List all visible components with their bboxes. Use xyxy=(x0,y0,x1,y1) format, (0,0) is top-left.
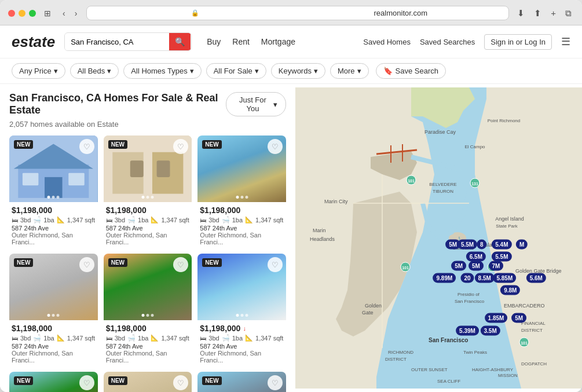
sort-button[interactable]: Just For You ▾ xyxy=(226,92,286,116)
listings-header: San Francisco, CA Homes For Sale & Real … xyxy=(9,92,286,116)
search-input[interactable] xyxy=(65,34,169,50)
svg-text:State Park: State Park xyxy=(496,224,518,229)
property-card[interactable]: NEW ♡ $1,198,000 🛏3bd 🛁1ba 📐 xyxy=(9,372,98,392)
map-panel[interactable]: Paradise Cay Point Richmond El Campo Mar… xyxy=(295,84,582,392)
price-pin[interactable]: 5M xyxy=(511,313,526,323)
price-pin[interactable]: 3.5M xyxy=(480,325,500,335)
maximize-button[interactable] xyxy=(29,10,36,17)
property-card[interactable]: NEW ♡ $1,198,000↓ 🛏3bd 🛁1ba � xyxy=(197,254,286,366)
price-pin[interactable]: 9.89M xyxy=(433,273,456,283)
property-price: $1,198,000 xyxy=(12,206,96,215)
property-info: $1,198,000 🛏3bd 🛁1ba 📐1,347 sqft 587 24t… xyxy=(9,320,98,366)
property-info: $1,198,000 🛏3bd 🛁1ba 📐1,347 sqft 587 24t… xyxy=(9,202,98,248)
price-pin[interactable]: 5.5M xyxy=(457,239,477,249)
filter-keywords[interactable]: Keywords ▾ xyxy=(271,63,325,79)
svg-rect-4 xyxy=(23,173,38,186)
price-pin[interactable]: 5.5M xyxy=(492,251,511,261)
price-pin[interactable]: 20 xyxy=(460,273,474,283)
property-grid: NEW ♡ $1,198,000 xyxy=(9,135,286,392)
property-address: 587 24th Ave xyxy=(200,225,284,232)
address-bar[interactable]: 🔒 realmonitor.com xyxy=(86,6,509,20)
property-price: $1,198,000 xyxy=(106,206,190,215)
price-pin[interactable]: 8 xyxy=(477,239,487,249)
price-pin[interactable]: 1.85M xyxy=(485,313,508,323)
price-pin[interactable]: 8.5M xyxy=(475,273,495,283)
share-button[interactable]: ⬆ xyxy=(532,7,544,20)
property-details: 🛏3bd 🛁1ba 📐1,347 sqft xyxy=(106,216,190,224)
sqft-icon: 📐 xyxy=(151,334,159,342)
property-card[interactable]: NEW ♡ $1,198,000 🛏3bd 🛁1ba 📐 xyxy=(104,372,192,392)
image-dots xyxy=(141,196,153,199)
price-pin[interactable]: 5.6M xyxy=(526,273,546,283)
price-pin[interactable]: 6.5M xyxy=(466,251,486,261)
price-pin[interactable]: 5.4M xyxy=(492,239,511,249)
new-badge: NEW xyxy=(108,376,127,385)
svg-text:El Campo: El Campo xyxy=(464,144,485,149)
favorite-button[interactable]: ♡ xyxy=(268,139,283,154)
filter-for-sale[interactable]: All For Sale ▾ xyxy=(206,63,266,79)
property-image: NEW ♡ xyxy=(197,254,286,320)
search-button[interactable]: 🔍 xyxy=(169,33,191,50)
bath-icon: 🛁 xyxy=(127,334,136,342)
tabs-button[interactable]: ⧉ xyxy=(563,7,574,20)
property-card[interactable]: NEW ♡ $1,198,000 xyxy=(9,135,98,248)
new-tab-button[interactable]: + xyxy=(548,7,558,19)
nav-mortgage[interactable]: Mortgage xyxy=(261,37,295,46)
property-card[interactable]: NEW ♡ $1,198,000 🛏3bd 🛁1ba 📐 xyxy=(104,254,192,366)
saved-searches-button[interactable]: Saved Searches xyxy=(420,38,475,46)
svg-text:101: 101 xyxy=(521,341,528,345)
filter-beds[interactable]: All Beds ▾ xyxy=(70,63,119,79)
price-pin[interactable]: 5.85M xyxy=(493,273,516,283)
property-card[interactable]: NEW ♡ $1,198,000 🛏3bd 🛁1ba 📐 xyxy=(197,135,286,248)
svg-text:Point Richmond: Point Richmond xyxy=(488,118,520,123)
search-box: 🔍 xyxy=(64,32,192,51)
favorite-button[interactable]: ♡ xyxy=(79,257,94,272)
browser-toolbar: ⊞ ‹ › 🔒 realmonitor.com ⬇ ⬆ + ⧉ xyxy=(8,6,574,20)
price-pin[interactable]: 5M xyxy=(468,261,484,270)
browser-chrome: ⊞ ‹ › 🔒 realmonitor.com ⬇ ⬆ + ⧉ xyxy=(0,0,582,25)
property-image: NEW ♡ xyxy=(104,135,192,202)
svg-text:TIBURON: TIBURON xyxy=(433,189,453,194)
property-image: NEW ♡ xyxy=(197,372,286,392)
filter-price[interactable]: Any Price ▾ xyxy=(12,63,65,79)
minimize-button[interactable] xyxy=(19,10,25,17)
property-card[interactable]: NEW ♡ $1,198,000 🛏3bd 🛁1ba 📐 xyxy=(197,372,286,392)
svg-text:Headlands: Headlands xyxy=(310,236,335,242)
download-button[interactable]: ⬇ xyxy=(515,7,527,20)
forward-button[interactable]: › xyxy=(71,8,81,19)
svg-text:RICHMOND: RICHMOND xyxy=(388,350,413,355)
close-button[interactable] xyxy=(8,10,15,17)
filter-homes-types[interactable]: All Homes Types ▾ xyxy=(123,63,201,79)
property-card[interactable]: NEW ♡ $1,198,000 xyxy=(104,135,192,248)
back-button[interactable]: ‹ xyxy=(59,8,69,19)
save-search-button[interactable]: 🔖 Save Search xyxy=(376,63,446,79)
favorite-button[interactable]: ♡ xyxy=(268,257,283,272)
filter-more[interactable]: More ▾ xyxy=(330,63,369,79)
property-card[interactable]: NEW ♡ $1,198,000 🛏3bd 🛁1ba 📐 xyxy=(9,254,98,366)
price-pin[interactable]: M xyxy=(516,239,528,249)
price-pin[interactable]: 7M xyxy=(489,261,504,270)
svg-text:Golden: Golden xyxy=(365,303,382,309)
image-dots xyxy=(236,196,248,199)
svg-text:DISTRICT: DISTRICT xyxy=(521,328,543,333)
svg-text:SEA CLIFF: SEA CLIFF xyxy=(437,379,460,384)
saved-homes-button[interactable]: Saved Homes xyxy=(363,38,411,46)
sidebar-toggle-button[interactable]: ⊞ xyxy=(42,8,53,19)
favorite-button[interactable]: ♡ xyxy=(79,375,94,390)
price-pin[interactable]: 5M xyxy=(451,261,466,270)
favorite-button[interactable]: ♡ xyxy=(268,375,283,390)
price-pin[interactable]: 5.39M xyxy=(456,325,479,335)
sign-in-button[interactable]: Sign in or Log In xyxy=(484,34,552,50)
price-pin[interactable]: 9.8M xyxy=(500,285,520,295)
favorite-button[interactable]: ♡ xyxy=(79,139,94,154)
nav-buy[interactable]: Buy xyxy=(207,37,221,46)
property-address: 587 24th Ave xyxy=(12,343,96,350)
property-info: $1,198,000↓ 🛏3bd 🛁1ba 📐1,347 sqft 587 24… xyxy=(197,320,286,366)
url-display: realmonitor.com xyxy=(299,9,502,17)
filter-bar: Any Price ▾ All Beds ▾ All Homes Types ▾… xyxy=(0,58,582,84)
property-image: NEW ♡ xyxy=(104,254,192,320)
nav-rent[interactable]: Rent xyxy=(232,37,250,46)
sqft-icon: 📐 xyxy=(57,334,65,342)
property-details: 🛏3bd 🛁1ba 📐1,347 sqft xyxy=(106,334,190,342)
hamburger-menu-button[interactable]: ☰ xyxy=(561,35,570,48)
